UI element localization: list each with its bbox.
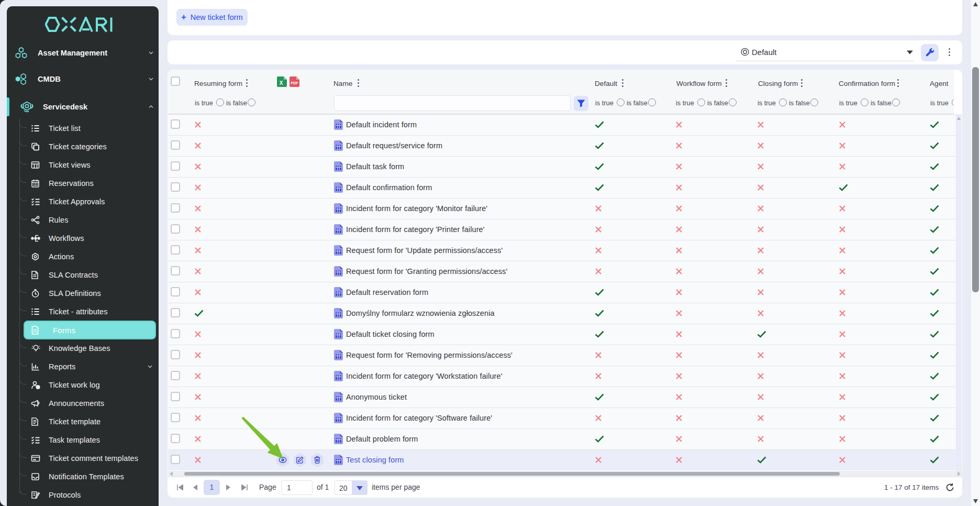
svg-text:PDF: PDF <box>291 81 299 85</box>
svg-text:X: X <box>280 80 283 86</box>
